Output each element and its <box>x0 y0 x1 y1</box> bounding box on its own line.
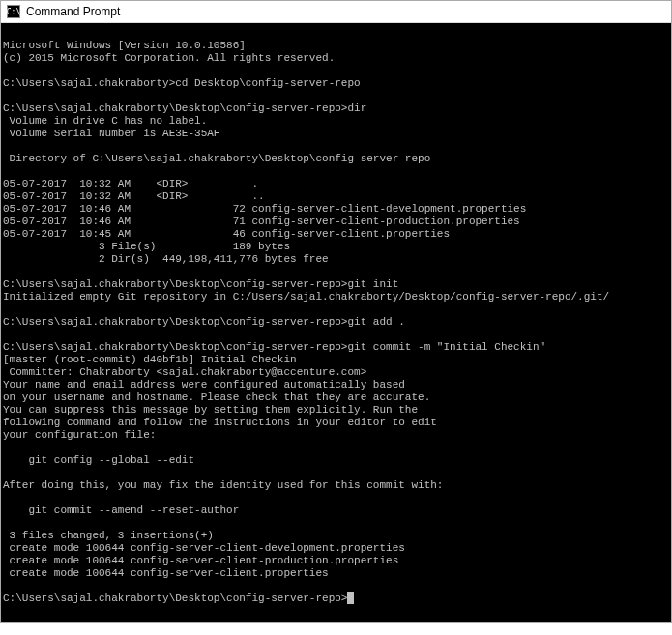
cursor <box>347 592 354 604</box>
titlebar[interactable]: C:\ Command Prompt <box>1 1 671 23</box>
terminal-output[interactable]: Microsoft Windows [Version 10.0.10586] (… <box>1 23 671 622</box>
cmd-icon: C:\ <box>7 5 20 18</box>
window-title: Command Prompt <box>26 5 120 18</box>
command-prompt-window: C:\ Command Prompt Microsoft Windows [Ve… <box>0 0 672 623</box>
